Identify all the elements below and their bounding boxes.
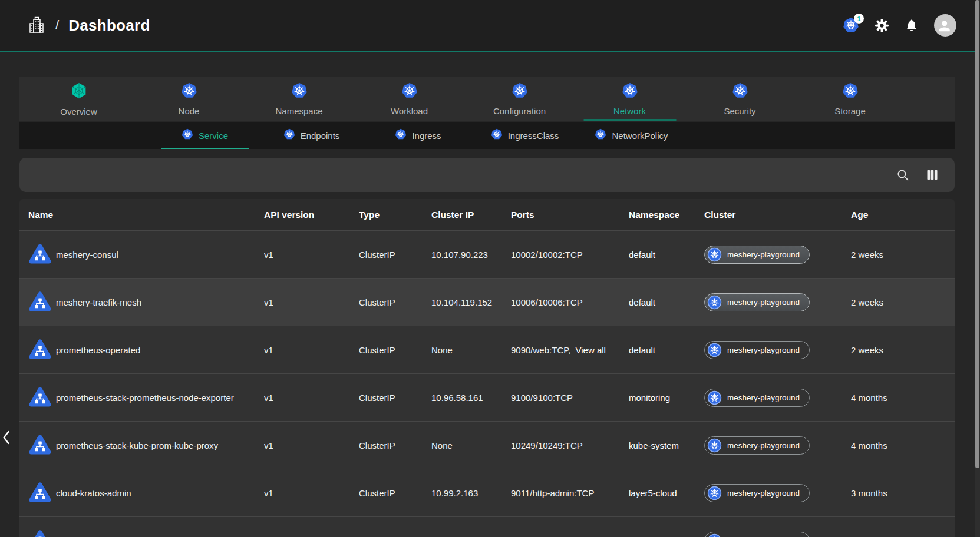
ports-text: 9100/9100:TCP: [511, 393, 573, 403]
tab-namespace[interactable]: Namespace: [244, 77, 354, 121]
api-version: v1: [264, 250, 359, 260]
table-row[interactable]: prometheus-stack-prometheus-node-exporte…: [19, 373, 955, 421]
header-accent-divider: [0, 51, 980, 52]
cluster-chip[interactable]: meshery-playground: [704, 341, 810, 359]
cluster-chip[interactable]: meshery-playground: [704, 246, 810, 264]
settings-gear-icon[interactable]: [875, 18, 889, 33]
subtab-ingressclass[interactable]: IngressClass: [471, 122, 578, 149]
col-api-version[interactable]: API version: [264, 210, 359, 220]
col-cluster[interactable]: Cluster: [704, 210, 851, 220]
service-resource-icon: [28, 386, 52, 409]
kubernetes-icon: [707, 390, 722, 405]
scrollbar-thumb[interactable]: [975, 0, 979, 468]
service-resource-icon: [28, 529, 52, 537]
service-name: cloud-kratos-admin: [56, 488, 131, 498]
cluster-name: meshery-playground: [727, 250, 800, 259]
kubernetes-icon: [707, 533, 722, 537]
table-header-row: Name API version Type Cluster IP Ports N…: [19, 199, 955, 230]
service-name: prometheus-operated: [56, 345, 140, 355]
selected-tab-underline: [583, 119, 676, 121]
kubernetes-icon: [707, 295, 722, 310]
kubernetes-icon: [732, 82, 748, 101]
age: 4 months: [851, 440, 955, 450]
ports-text: 9011/http-admin:TCP: [511, 488, 594, 498]
service-resource-icon: [28, 433, 52, 457]
cluster-chip[interactable]: meshery-playground: [704, 484, 810, 502]
kubernetes-icon: [707, 438, 722, 453]
cluster-chip[interactable]: meshery-playground: [704, 532, 810, 537]
tab-security[interactable]: Security: [685, 77, 795, 121]
col-type[interactable]: Type: [359, 210, 431, 220]
table-row[interactable]: prometheus-operated v1 ClusterIP None 90…: [19, 326, 955, 373]
selected-subtab-underline: [161, 148, 249, 150]
service-name: prometheus-stack-kube-prom-kube-proxy: [56, 440, 218, 450]
namespace-link[interactable]: default: [629, 250, 655, 260]
tab-network[interactable]: Network: [575, 77, 685, 121]
kubernetes-icon: [707, 343, 722, 357]
api-version: v1: [264, 440, 359, 450]
table-row[interactable]: meshery-consul v1 ClusterIP 10.107.90.22…: [19, 230, 955, 278]
subtab-ingress[interactable]: Ingress: [365, 122, 471, 149]
service-type: ClusterIP: [359, 297, 431, 307]
cluster-ip: 10.104.119.152: [431, 297, 511, 307]
table-row[interactable]: meshery-traefik-mesh v1 ClusterIP 10.104…: [19, 278, 955, 326]
tab-node[interactable]: Node: [134, 77, 244, 121]
meshery-icon: [70, 82, 88, 102]
service-name: meshery-consul: [56, 250, 118, 260]
col-name[interactable]: Name: [19, 210, 264, 220]
tab-workload[interactable]: Workload: [354, 77, 464, 121]
col-cluster-ip[interactable]: Cluster IP: [431, 210, 511, 220]
cluster-chip[interactable]: meshery-playground: [704, 436, 810, 455]
kubernetes-icon: [842, 82, 859, 101]
cluster-name: meshery-playground: [727, 393, 800, 402]
namespace-link[interactable]: default: [629, 345, 655, 355]
table-row[interactable]: cloud-kratos-admin v1 ClusterIP 10.99.2.…: [19, 469, 955, 516]
service-type: ClusterIP: [359, 393, 431, 403]
cluster-name: meshery-playground: [727, 298, 800, 307]
tab-overview[interactable]: Overview: [24, 77, 134, 121]
view-all-link[interactable]: View all: [575, 345, 605, 355]
namespace-link[interactable]: layer5-cloud: [629, 488, 677, 498]
namespace-link[interactable]: kube-system: [629, 440, 679, 450]
cluster-ip: 10.107.90.223: [431, 250, 511, 260]
cluster-name: meshery-playground: [727, 441, 800, 450]
service-resource-icon: [28, 290, 52, 314]
service-resource-icon: [28, 481, 52, 505]
user-avatar[interactable]: [934, 14, 956, 37]
table-row[interactable]: prometheus-stack-kube-prom-kube-proxy v1…: [19, 421, 955, 469]
age: 2 weeks: [851, 250, 955, 260]
api-version: v1: [264, 488, 359, 498]
namespace-link[interactable]: default: [629, 297, 655, 307]
kubernetes-icon: [707, 486, 722, 500]
subtab-endpoints[interactable]: Endpoints: [258, 122, 365, 149]
cluster-chip[interactable]: meshery-playground: [704, 293, 810, 311]
col-namespace[interactable]: Namespace: [629, 210, 704, 220]
kubernetes-context-icon[interactable]: 1: [843, 17, 859, 34]
age: 2 weeks: [851, 345, 955, 355]
organization-building-icon[interactable]: [27, 16, 46, 35]
collapse-drawer-chevron-icon[interactable]: [1, 430, 12, 448]
context-count-badge: 1: [854, 14, 864, 24]
notifications-bell-icon[interactable]: [905, 18, 919, 32]
cluster-name: meshery-playground: [727, 346, 800, 354]
tab-storage[interactable]: Storage: [795, 77, 905, 121]
resource-category-tabs: Overview Node Namespace Workload Configu…: [19, 77, 955, 121]
kubernetes-icon: [291, 82, 308, 101]
subtab-networkpolicy[interactable]: NetworkPolicy: [578, 122, 685, 149]
view-columns-icon[interactable]: [923, 165, 942, 184]
kubernetes-icon: [707, 247, 722, 262]
age: 2 weeks: [851, 297, 955, 307]
service-type: ClusterIP: [359, 345, 431, 355]
api-version: v1: [264, 393, 359, 403]
subtab-service[interactable]: Service: [151, 122, 258, 149]
col-ports[interactable]: Ports: [511, 210, 629, 220]
kubernetes-icon: [491, 128, 503, 142]
cluster-ip: 10.96.58.161: [431, 393, 511, 403]
namespace-link[interactable]: monitoring: [629, 393, 670, 403]
col-age[interactable]: Age: [851, 210, 955, 220]
table-row[interactable]: meshery meshery-playground: [19, 516, 955, 537]
tab-configuration[interactable]: Configuration: [464, 77, 575, 121]
kubernetes-icon: [401, 82, 418, 101]
cluster-chip[interactable]: meshery-playground: [704, 389, 810, 407]
search-icon[interactable]: [893, 165, 912, 184]
